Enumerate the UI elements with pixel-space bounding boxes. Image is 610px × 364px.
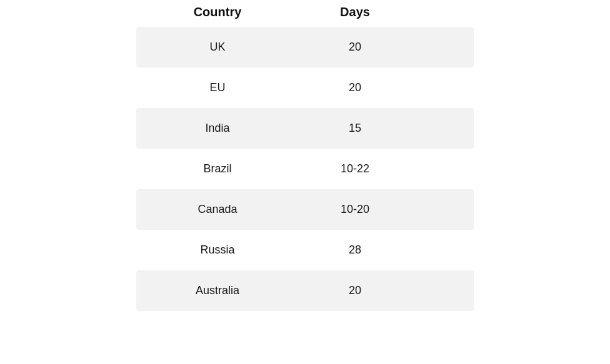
cell-days: 28: [299, 243, 411, 257]
cell-days: 15: [299, 122, 411, 135]
country-column-header: Country: [136, 5, 299, 19]
country-days-table: Country Days UK20EU20India15Brazil10-22C…: [136, 0, 474, 311]
table-row: Russia28: [136, 230, 474, 270]
table-row: India15: [136, 108, 474, 149]
cell-country: EU: [136, 81, 299, 94]
table-row: Brazil10-22: [136, 149, 474, 189]
days-column-header: Days: [299, 5, 411, 19]
table-header: Country Days: [136, 0, 474, 27]
table-row: UK20: [136, 27, 474, 67]
cell-country: India: [136, 122, 299, 135]
cell-days: 20: [299, 41, 411, 54]
cell-country: Brazil: [136, 162, 299, 175]
table-row: Australia20: [136, 270, 474, 311]
cell-days: 20: [299, 81, 411, 94]
cell-days: 10-20: [299, 203, 411, 216]
cell-country: Australia: [136, 284, 299, 297]
cell-country: UK: [136, 41, 299, 54]
table-row: EU20: [136, 67, 474, 108]
cell-days: 10-22: [299, 162, 411, 175]
table-body: UK20EU20India15Brazil10-22Canada10-20Rus…: [136, 27, 474, 311]
cell-country: Russia: [136, 243, 299, 257]
cell-days: 20: [299, 284, 411, 297]
cell-country: Canada: [136, 203, 299, 216]
table-row: Canada10-20: [136, 189, 474, 230]
